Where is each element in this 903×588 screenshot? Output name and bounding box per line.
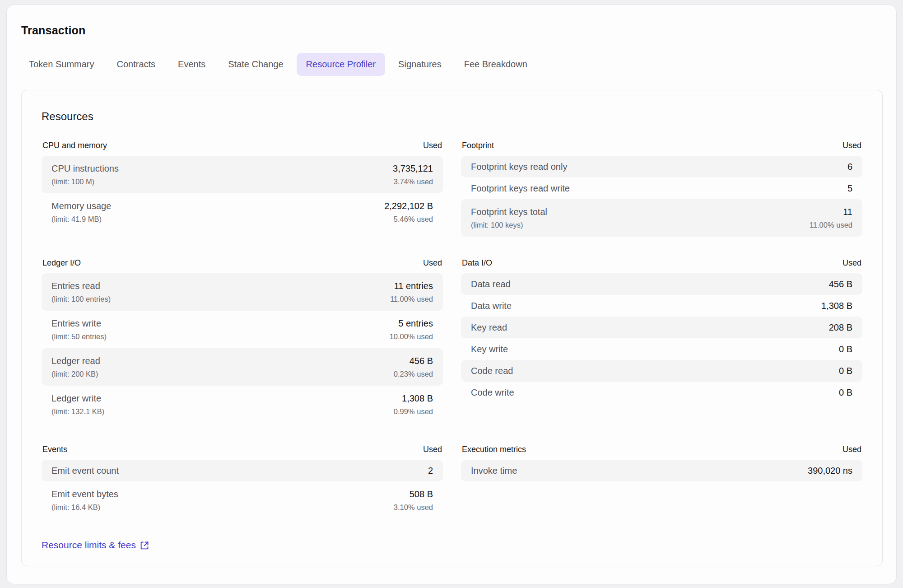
row-limit: (limit: 100 M) — [51, 177, 119, 187]
used-column-label: Used — [842, 141, 861, 150]
row-percent-used: 0.23% used — [394, 369, 433, 379]
tab-state-change[interactable]: State Change — [219, 53, 293, 76]
used-column-label: Used — [842, 445, 861, 454]
section-header: CPU and memory Used — [42, 141, 443, 156]
tab-resource-profiler[interactable]: Resource Profiler — [297, 53, 386, 76]
row-limit: (limit: 100 entries) — [51, 294, 111, 304]
row-value: 11 — [843, 206, 852, 218]
row-value: 390,020 ns — [808, 465, 852, 476]
row-limit: (limit: 16.4 KB) — [51, 502, 118, 512]
row-label: Emit event count — [51, 465, 119, 476]
row-label: Ledger write — [51, 392, 104, 404]
row-label: Memory usage — [51, 200, 111, 212]
row-label: Invoke time — [471, 465, 517, 476]
section-header: Events Used — [42, 445, 443, 460]
tab-signatures[interactable]: Signatures — [389, 53, 451, 76]
row-value: 0 B — [839, 343, 852, 355]
tab-fee-breakdown[interactable]: Fee Breakdown — [455, 53, 537, 76]
row-ledger-read: Ledger read (limit: 200 KB) 456 B 0.23% … — [42, 348, 443, 386]
row-label: Footprint keys read write — [471, 182, 570, 194]
row-label: Entries write — [51, 317, 107, 329]
row-data-write: Data write 1,308 B — [461, 295, 862, 317]
section-cpu-and-memory: CPU and memory Used CPU instructions (li… — [42, 141, 443, 237]
row-limit: (limit: 132.1 KB) — [51, 406, 104, 416]
tab-token-summary[interactable]: Token Summary — [19, 53, 104, 76]
row-limit: (limit: 200 KB) — [51, 369, 100, 379]
section-rows: Data read 456 B Data write 1,308 B Key r… — [461, 273, 862, 403]
row-memory-usage: Memory usage (limit: 41.9 MB) 2,292,102 … — [42, 193, 443, 231]
row-label: Footprint keys read only — [471, 161, 567, 173]
row-percent-used: 11.00% used — [390, 294, 433, 304]
row-limit: (limit: 41.9 MB) — [51, 214, 111, 224]
external-link-icon — [140, 541, 149, 550]
used-column-label: Used — [423, 258, 442, 268]
row-value: 508 B — [410, 488, 433, 500]
row-label: Code read — [471, 365, 513, 377]
row-value: 3,735,121 — [393, 163, 433, 174]
row-value: 1,308 B — [402, 392, 433, 404]
row-label: Ledger read — [51, 355, 100, 367]
row-percent-used: 5.46% used — [394, 214, 433, 224]
page-title: Transaction — [21, 24, 86, 37]
row-value: 208 B — [829, 322, 852, 333]
row-limit: (limit: 100 keys) — [471, 220, 547, 230]
row-percent-used: 3.74% used — [394, 177, 433, 187]
used-column-label: Used — [423, 445, 442, 454]
row-footprint-keys-read-only: Footprint keys read only 6 — [461, 156, 862, 177]
row-ledger-write: Ledger write (limit: 132.1 KB) 1,308 B 0… — [42, 386, 443, 423]
section-header: Ledger I/O Used — [42, 258, 443, 273]
row-value: 6 — [847, 161, 852, 173]
row-footprint-keys-total: Footprint keys total (limit: 100 keys) 1… — [461, 199, 862, 237]
row-label: CPU instructions — [51, 163, 119, 174]
row-key-read: Key read 208 B — [461, 317, 862, 338]
row-data-read: Data read 456 B — [461, 273, 862, 295]
row-value: 2,292,102 B — [384, 200, 433, 212]
row-value: 11 entries — [394, 280, 433, 292]
resources-panel: Resources CPU and memory Used CPU instru… — [21, 90, 883, 566]
row-footprint-keys-read-write: Footprint keys read write 5 — [461, 177, 862, 199]
used-column-label: Used — [842, 258, 861, 268]
row-label: Emit event bytes — [51, 488, 118, 500]
link-label: Resource limits & fees — [42, 540, 136, 551]
row-percent-used: 10.00% used — [390, 331, 433, 341]
resource-limits-fees-link[interactable]: Resource limits & fees — [42, 540, 149, 551]
used-column-label: Used — [423, 141, 442, 150]
row-emit-event-bytes: Emit event bytes (limit: 16.4 KB) 508 B … — [42, 481, 443, 519]
row-invoke-time: Invoke time 390,020 ns — [461, 460, 862, 481]
row-limit: (limit: 50 entries) — [51, 331, 107, 341]
row-value: 1,308 B — [821, 300, 852, 312]
section-rows: Emit event count 2 Emit event bytes (lim… — [42, 460, 443, 519]
row-code-write: Code write 0 B — [461, 382, 862, 403]
row-percent-used: 0.99% used — [394, 406, 433, 416]
section-execution-metrics: Execution metrics Used Invoke time 390,0… — [461, 445, 862, 519]
resource-sections: CPU and memory Used CPU instructions (li… — [42, 141, 862, 519]
section-title: Data I/O — [462, 258, 492, 268]
tab-contracts[interactable]: Contracts — [107, 53, 165, 76]
row-label: Code write — [471, 387, 514, 398]
row-percent-used: 3.10% used — [394, 502, 433, 512]
section-events: Events Used Emit event count 2 Emit even… — [42, 445, 443, 519]
section-title: CPU and memory — [42, 141, 107, 150]
section-rows: CPU instructions (limit: 100 M) 3,735,12… — [42, 156, 443, 231]
row-value: 0 B — [839, 387, 852, 398]
tab-events[interactable]: Events — [168, 53, 215, 76]
row-entries-write: Entries write (limit: 50 entries) 5 entr… — [42, 311, 443, 348]
row-emit-event-count: Emit event count 2 — [42, 460, 443, 481]
panel-title: Resources — [42, 110, 862, 123]
section-rows: Entries read (limit: 100 entries) 11 ent… — [42, 273, 443, 423]
section-title: Execution metrics — [462, 445, 526, 454]
section-title: Footprint — [462, 141, 494, 150]
row-label: Data read — [471, 278, 511, 290]
row-label: Footprint keys total — [471, 206, 547, 218]
row-label: Key write — [471, 343, 508, 355]
tab-bar: Token Summary Contracts Events State Cha… — [19, 53, 537, 76]
section-rows: Footprint keys read only 6 Footprint key… — [461, 156, 862, 237]
section-data-io: Data I/O Used Data read 456 B Data write… — [461, 258, 862, 423]
row-value: 0 B — [839, 365, 852, 377]
row-percent-used: 11.00% used — [810, 220, 852, 230]
section-rows: Invoke time 390,020 ns — [461, 460, 862, 481]
row-entries-read: Entries read (limit: 100 entries) 11 ent… — [42, 273, 443, 311]
section-title: Ledger I/O — [42, 258, 81, 268]
row-code-read: Code read 0 B — [461, 360, 862, 382]
row-value: 2 — [428, 465, 433, 476]
